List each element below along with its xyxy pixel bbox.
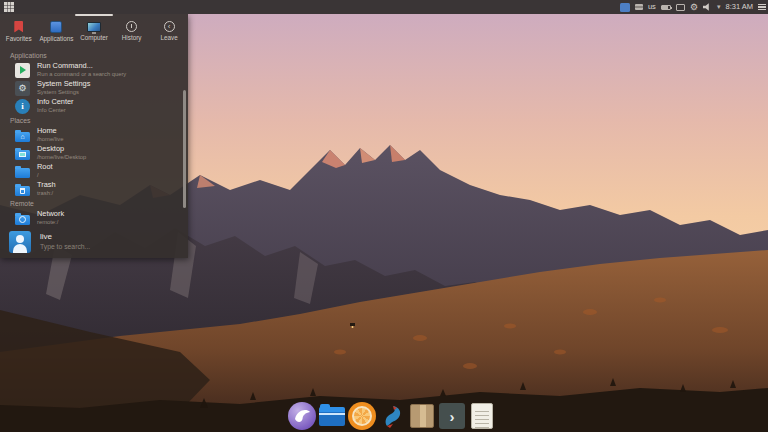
tab-label: History — [122, 34, 142, 41]
menu-tabbar: Favorites Applications Computer History … — [0, 14, 188, 48]
falkon-browser-icon[interactable] — [288, 402, 316, 430]
user-name: live — [40, 232, 90, 242]
system-settings-icon: ⚙ — [15, 81, 30, 96]
tab-leave[interactable]: ‹ Leave — [150, 14, 188, 48]
info-center-icon: i — [15, 99, 30, 114]
item-title: Root — [37, 163, 53, 172]
item-title: Network — [37, 210, 64, 219]
menu-item-run-command[interactable]: Run Command... Run a command or a search… — [10, 61, 182, 79]
desktop: us ⚙ ▾ 8:31 AM Favorites Applications Co… — [0, 0, 768, 432]
item-subtitle: Info Center — [37, 107, 74, 114]
leave-back-icon: ‹ — [164, 21, 175, 32]
menu-item-root[interactable]: Root / — [10, 162, 182, 180]
run-command-icon — [15, 63, 30, 78]
section-header-applications: Applications — [10, 50, 182, 61]
trash-icon — [15, 186, 30, 196]
keyboard-flag-icon[interactable] — [635, 4, 643, 10]
top-panel: us ⚙ ▾ 8:31 AM — [0, 0, 768, 14]
applications-box-icon — [50, 21, 62, 33]
section-header-remote: Remote — [10, 198, 182, 209]
tab-favorites[interactable]: Favorites — [0, 14, 38, 48]
user-avatar[interactable] — [9, 231, 31, 253]
application-launcher-menu: Favorites Applications Computer History … — [0, 14, 188, 258]
item-title: Trash — [37, 181, 56, 190]
tab-label: Favorites — [6, 35, 32, 42]
document-glyph — [471, 403, 493, 429]
menu-user-row: live Type to search... — [0, 227, 188, 260]
computer-monitor-icon — [87, 22, 101, 32]
selected-tab-indicator — [75, 14, 113, 16]
tab-label: Applications — [39, 35, 73, 42]
item-subtitle: / — [37, 172, 53, 179]
tab-applications[interactable]: Applications — [38, 14, 76, 48]
search-input[interactable]: Type to search... — [40, 242, 90, 251]
app-launcher-button[interactable] — [2, 0, 16, 14]
tab-label: Computer — [80, 34, 108, 41]
menu-item-system-settings[interactable]: ⚙ System Settings System Settings — [10, 79, 182, 97]
folder-glyph — [319, 407, 345, 426]
system-tray: us ⚙ ▾ 8:31 AM — [620, 0, 766, 14]
battery-icon[interactable] — [661, 5, 671, 10]
home-folder-icon: ⌂ — [15, 132, 30, 142]
menu-item-home[interactable]: ⌂ Home /home/live — [10, 126, 182, 144]
menu-item-network[interactable]: Network remote:/ — [10, 209, 182, 227]
item-title: Info Center — [37, 98, 74, 107]
file-manager-icon[interactable] — [318, 402, 346, 430]
history-clock-icon — [126, 21, 137, 32]
item-subtitle: remote:/ — [37, 219, 64, 226]
menu-item-desktop[interactable]: Desktop /home/live/Desktop — [10, 144, 182, 162]
menu-scrollbar[interactable] — [183, 90, 186, 208]
item-subtitle: trash:/ — [37, 190, 56, 197]
package-box-icon[interactable] — [408, 402, 436, 430]
seahorse-glyph — [378, 402, 406, 430]
display-icon[interactable] — [676, 4, 685, 11]
desktop-folder-icon — [15, 150, 30, 160]
item-subtitle: /home/live/Desktop — [37, 154, 86, 161]
item-title: Run Command... — [37, 62, 126, 71]
item-title: Desktop — [37, 145, 86, 154]
item-subtitle: System Settings — [37, 89, 90, 96]
tray-expander-caret-icon[interactable]: ▾ — [717, 0, 721, 14]
item-title: System Settings — [37, 80, 90, 89]
tab-label: Leave — [161, 34, 178, 41]
clock[interactable]: 8:31 AM — [725, 0, 753, 14]
menu-item-trash[interactable]: Trash trash:/ — [10, 180, 182, 198]
root-folder-icon — [15, 168, 30, 178]
tab-computer[interactable]: Computer — [75, 14, 113, 48]
text-editor-icon[interactable] — [468, 402, 496, 430]
menu-item-info-center[interactable]: i Info Center Info Center — [10, 97, 182, 115]
dock: › — [288, 402, 496, 430]
network-folder-icon — [15, 215, 30, 225]
volume-icon[interactable] — [703, 3, 712, 11]
terminal-icon[interactable]: › — [438, 402, 466, 430]
orange-media-icon[interactable] — [348, 402, 376, 430]
orange-slice-glyph — [352, 406, 372, 426]
panel-toggle-icon[interactable] — [758, 4, 766, 11]
keyboard-layout-label[interactable]: us — [648, 0, 656, 14]
box-glyph — [410, 404, 434, 428]
tab-history[interactable]: History — [113, 14, 151, 48]
tray-app-icon[interactable] — [620, 3, 630, 12]
blue-app-icon[interactable] — [378, 402, 406, 430]
menu-content: Applications Run Command... Run a comman… — [0, 48, 188, 227]
settings-gear-icon[interactable]: ⚙ — [690, 0, 698, 14]
app-grid-icon — [4, 2, 6, 4]
falcon-glyph — [288, 402, 316, 430]
item-title: Home — [37, 127, 63, 136]
favorites-bookmark-icon — [14, 21, 23, 33]
section-header-places: Places — [10, 115, 182, 126]
item-subtitle: /home/live — [37, 136, 63, 143]
prompt-glyph: › — [439, 403, 465, 429]
item-subtitle: Run a command or a search query — [37, 71, 126, 78]
